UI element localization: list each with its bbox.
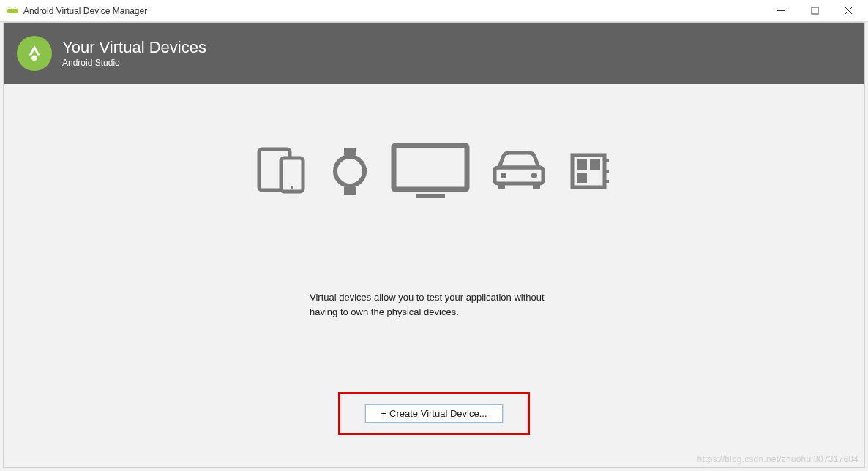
svg-point-16 <box>531 173 537 178</box>
highlight-box: + Create Virtual Device... <box>338 392 529 435</box>
svg-rect-17 <box>498 184 505 189</box>
window-title: Android Virtual Device Manager <box>23 6 147 16</box>
page-title: Your Virtual Devices <box>62 39 206 56</box>
wear-icon <box>329 146 370 199</box>
create-virtual-device-button[interactable]: + Create Virtual Device... <box>365 404 502 423</box>
things-icon <box>568 151 612 195</box>
close-button[interactable] <box>831 0 865 22</box>
svg-point-7 <box>291 186 293 189</box>
device-category-icons <box>256 143 612 203</box>
content: Your Virtual Devices Android Studio <box>3 22 865 468</box>
svg-rect-22 <box>577 173 587 183</box>
minimize-button[interactable] <box>764 0 798 22</box>
svg-rect-11 <box>364 168 367 174</box>
svg-point-2 <box>15 7 16 8</box>
svg-rect-0 <box>7 9 19 13</box>
svg-point-4 <box>31 56 37 61</box>
titlebar: Android Virtual Device Manager <box>0 0 868 22</box>
svg-rect-20 <box>577 159 587 170</box>
svg-rect-12 <box>394 146 467 189</box>
plus-icon: + <box>381 408 386 419</box>
android-studio-logo <box>17 36 52 71</box>
page-subtitle: Android Studio <box>62 58 206 68</box>
svg-point-1 <box>10 7 11 8</box>
phone-tablet-icon <box>256 146 309 199</box>
automotive-icon <box>490 150 547 195</box>
watermark-text: https://blog.csdn.net/zhuohui307317684 <box>697 454 858 464</box>
main-area: Virtual devices allow you to test your a… <box>4 84 864 435</box>
svg-rect-13 <box>416 194 445 198</box>
maximize-button[interactable] <box>798 0 831 22</box>
info-text: Virtual devices allow you to test your a… <box>310 290 558 319</box>
svg-rect-9 <box>344 148 356 155</box>
header-band: Your Virtual Devices Android Studio <box>4 23 864 84</box>
create-button-label: Create Virtual Device... <box>389 408 487 419</box>
svg-point-8 <box>335 157 364 186</box>
app-icon <box>6 4 19 18</box>
svg-rect-21 <box>590 159 600 170</box>
header-texts: Your Virtual Devices Android Studio <box>62 39 206 68</box>
svg-point-15 <box>501 173 506 178</box>
tv-icon <box>391 143 470 203</box>
svg-rect-10 <box>344 187 356 195</box>
svg-rect-3 <box>812 7 818 14</box>
svg-rect-18 <box>533 184 540 189</box>
window-controls <box>764 0 865 22</box>
